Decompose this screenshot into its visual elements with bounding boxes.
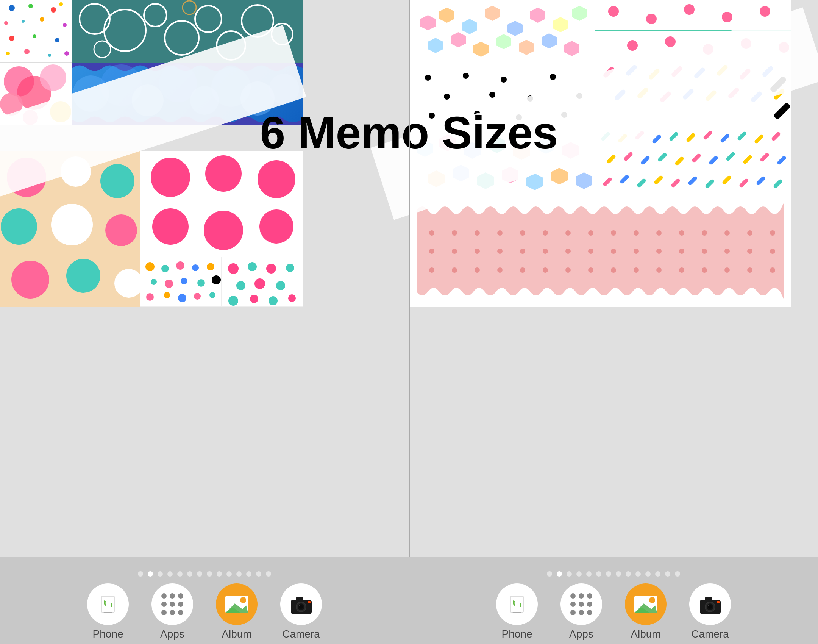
album-right-icon[interactable] (625, 583, 667, 625)
album-left-wrap[interactable]: Album (216, 583, 258, 640)
svg-marker-86 (553, 17, 568, 32)
apps-dots-left (161, 593, 183, 615)
svg-rect-160 (771, 131, 781, 142)
tile-mini-dashes[interactable] (595, 129, 791, 195)
tile-colorful-dots[interactable] (0, 0, 72, 63)
tile-pink-bubbles[interactable] (0, 63, 72, 125)
apps-right-icon[interactable] (560, 583, 602, 625)
svg-point-201 (429, 230, 434, 236)
dot-8[interactable] (207, 571, 212, 577)
svg-marker-142 (562, 142, 579, 159)
svg-point-203 (475, 230, 480, 236)
dot-14[interactable] (266, 571, 271, 577)
svg-point-33 (132, 84, 164, 116)
tile-dashes-pastel[interactable] (595, 63, 791, 129)
camera-left-icon[interactable] (280, 583, 322, 625)
svg-rect-179 (722, 175, 732, 185)
tile-dots-black[interactable] (409, 63, 595, 129)
svg-point-200 (770, 249, 775, 254)
rdot-11[interactable] (645, 571, 651, 577)
apps-left-icon[interactable] (151, 583, 193, 625)
rdot-2[interactable] (557, 571, 562, 577)
apps-left-wrap[interactable]: Apps (151, 583, 193, 640)
dot-6[interactable] (187, 571, 192, 577)
tile-blue-bokeh[interactable] (72, 63, 303, 125)
tile-teal-circles[interactable] (72, 0, 303, 63)
svg-point-206 (543, 230, 548, 236)
svg-point-243 (299, 605, 300, 606)
dot-9[interactable] (217, 571, 222, 577)
phone-right-wrap[interactable]: Phone (496, 583, 538, 640)
svg-point-15 (80, 4, 110, 34)
svg-point-114 (429, 113, 435, 119)
rdot-7[interactable] (606, 571, 611, 577)
phone-left-wrap[interactable]: Phone (87, 583, 129, 640)
dot-3[interactable] (158, 571, 163, 577)
apps-right-wrap[interactable]: Apps (560, 583, 602, 640)
rdot-6[interactable] (596, 571, 601, 577)
svg-point-232 (770, 267, 775, 273)
svg-rect-233 (102, 597, 114, 612)
tile-hexagons-pastel2[interactable] (409, 129, 595, 195)
rdot-8[interactable] (616, 571, 621, 577)
svg-point-71 (266, 264, 276, 274)
svg-point-79 (288, 294, 296, 302)
svg-point-103 (703, 44, 713, 55)
dot-4[interactable] (167, 571, 173, 577)
rdot-1[interactable] (547, 571, 552, 577)
phone-left-icon[interactable] (87, 583, 129, 625)
rdot-12[interactable] (655, 571, 660, 577)
dot-2[interactable] (148, 571, 153, 577)
svg-point-43 (51, 204, 93, 245)
album-right-wrap[interactable]: Album (625, 583, 667, 640)
tile-mini-white-dots[interactable] (222, 257, 303, 307)
svg-point-51 (152, 208, 189, 245)
svg-point-213 (702, 230, 707, 236)
rdot-5[interactable] (586, 571, 592, 577)
dot-7[interactable] (197, 571, 202, 577)
camera-right-wrap[interactable]: Camera (689, 583, 731, 640)
rdot-14[interactable] (675, 571, 680, 577)
svg-point-231 (747, 267, 752, 273)
dot-13[interactable] (256, 571, 261, 577)
rdot-9[interactable] (626, 571, 631, 577)
rdot-13[interactable] (665, 571, 670, 577)
album-right-label: Album (631, 628, 660, 640)
dot-1[interactable] (138, 571, 143, 577)
tile-mini-colorful[interactable] (140, 257, 222, 307)
svg-marker-137 (439, 134, 456, 151)
svg-point-27 (0, 93, 23, 116)
tile-pink-scalloped[interactable] (409, 195, 791, 307)
album-left-icon[interactable] (216, 583, 258, 625)
main-area: 6 Memo Sizes (0, 0, 818, 557)
tile-dots-line[interactable] (595, 0, 791, 63)
svg-point-62 (197, 279, 205, 287)
rdot-3[interactable] (567, 571, 572, 577)
dot-5[interactable] (177, 571, 183, 577)
svg-marker-138 (464, 142, 481, 159)
svg-point-98 (684, 4, 695, 15)
svg-point-63 (146, 293, 154, 301)
svg-point-230 (724, 267, 730, 273)
tile-hexagons-pastel[interactable] (409, 0, 595, 63)
phone-right-icon[interactable] (496, 583, 538, 625)
svg-rect-156 (703, 130, 713, 141)
camera-left-wrap[interactable]: Camera (280, 583, 322, 640)
tile-polka-white[interactable] (140, 151, 303, 257)
svg-point-57 (192, 264, 199, 271)
svg-point-60 (165, 280, 173, 288)
svg-rect-244 (308, 601, 311, 603)
svg-point-20 (217, 31, 245, 60)
dot-11[interactable] (236, 571, 242, 577)
svg-point-74 (254, 278, 265, 289)
camera-right-icon[interactable] (689, 583, 731, 625)
rdot-10[interactable] (635, 571, 641, 577)
dot-12[interactable] (246, 571, 251, 577)
svg-point-195 (656, 249, 662, 254)
svg-rect-121 (671, 65, 683, 78)
rdot-4[interactable] (576, 571, 582, 577)
dot-10[interactable] (226, 571, 232, 577)
right-app-icons: Phone Apps (496, 583, 731, 640)
svg-point-64 (164, 292, 170, 298)
tile-polka-peach[interactable] (0, 151, 140, 307)
